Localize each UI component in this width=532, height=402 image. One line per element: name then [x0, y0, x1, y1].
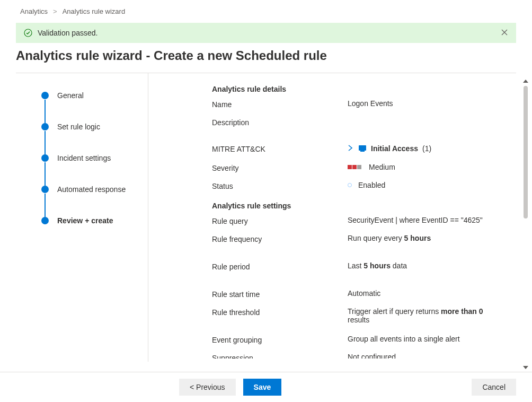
field-rule-period: Rule period Last 5 hours data: [212, 261, 500, 289]
field-label: Rule frequency: [212, 234, 348, 243]
step-review-create[interactable]: Review + create: [41, 216, 143, 225]
field-value: Last 5 hours data: [348, 261, 500, 270]
scroll-up-icon[interactable]: [523, 80, 528, 83]
close-icon[interactable]: [501, 29, 508, 38]
field-event-grouping: Event grouping Group all events into a s…: [212, 334, 500, 352]
step-automated-response[interactable]: Automated response: [41, 185, 143, 194]
section-heading-settings: Analytics rule settings: [212, 202, 500, 210]
field-rule-query: Rule query SecurityEvent | where EventID…: [212, 215, 500, 233]
step-label: Automated response: [57, 185, 126, 194]
breadcrumb-item-analytics[interactable]: Analytics: [20, 7, 48, 15]
field-label: Status: [212, 181, 348, 190]
field-label: Rule threshold: [212, 307, 348, 317]
field-rule-frequency: Rule frequency Run query every 5 hours: [212, 233, 500, 261]
field-suppression: Suppression Not configured: [212, 352, 500, 359]
field-severity: Severity Medium: [212, 162, 500, 180]
step-dot-icon: [41, 92, 49, 99]
field-label: Rule period: [212, 261, 348, 271]
severity-indicator-icon: [348, 165, 361, 169]
scroll-down-icon[interactable]: [523, 366, 528, 369]
field-label: Severity: [212, 163, 348, 172]
step-dot-icon: [41, 123, 49, 130]
field-value: Medium: [348, 163, 500, 171]
section-heading-details: Analytics rule details: [212, 85, 500, 93]
field-label: Suppression: [212, 353, 348, 359]
details-pane: Analytics rule details Name Logon Events…: [148, 73, 516, 359]
field-value: Logon Events: [348, 99, 500, 108]
validation-banner: Validation passed.: [16, 23, 516, 43]
step-label: Review + create: [57, 216, 113, 225]
status-text: Enabled: [358, 181, 385, 189]
step-incident-settings[interactable]: Incident settings: [41, 154, 143, 162]
field-value: Group all events into a single alert: [348, 335, 500, 343]
field-value: Not configured: [348, 353, 500, 359]
check-circle-icon: [24, 29, 32, 37]
scrollbar[interactable]: [520, 80, 531, 369]
severity-text: Medium: [369, 163, 395, 171]
field-name: Name Logon Events: [212, 99, 500, 117]
field-value: Trigger alert if query returns more than…: [348, 307, 500, 324]
chevron-right-icon: >: [53, 7, 57, 15]
save-button[interactable]: Save: [243, 379, 282, 396]
field-label: Name: [212, 99, 348, 109]
tactic-name: Initial Access: [371, 144, 418, 153]
stepper-pane: General Set rule logic Incident settings…: [16, 73, 148, 362]
step-label: Incident settings: [57, 154, 111, 162]
field-label: Event grouping: [212, 335, 348, 344]
footer-bar: < Previous Save Cancel: [0, 372, 532, 402]
main-content: General Set rule logic Incident settings…: [16, 73, 516, 362]
field-description: Description: [212, 117, 500, 135]
page-title: Analytics rule wizard - Create a new Sch…: [0, 48, 532, 73]
field-value: SecurityEvent | where EventID == "4625": [348, 216, 500, 224]
step-connector: [45, 194, 46, 217]
field-status: Status Enabled: [212, 180, 500, 198]
field-label: Rule start time: [212, 289, 348, 299]
field-value: Initial Access (1): [348, 144, 500, 153]
field-value: Run query every 5 hours: [348, 234, 500, 242]
stepper: General Set rule logic Incident settings…: [41, 91, 143, 225]
step-dot-icon: [41, 186, 49, 193]
step-connector: [45, 162, 46, 186]
previous-button[interactable]: < Previous: [179, 379, 236, 396]
step-label: Set rule logic: [57, 123, 100, 131]
tactic-icon: [358, 145, 367, 152]
field-label: Rule query: [212, 216, 348, 225]
chevron-right-icon[interactable]: [348, 144, 353, 153]
step-connector: [45, 131, 46, 155]
tactic-count: (1): [422, 144, 431, 153]
breadcrumb: Analytics > Analytics rule wizard: [0, 0, 532, 20]
field-mitre: MITRE ATT&CK Initial Access (1): [212, 135, 500, 162]
svg-rect-1: [359, 145, 366, 151]
step-label: General: [57, 91, 84, 100]
step-general[interactable]: General: [41, 91, 143, 100]
step-set-rule-logic[interactable]: Set rule logic: [41, 123, 143, 131]
validation-message: Validation passed.: [38, 29, 97, 37]
field-label: MITRE ATT&CK: [212, 144, 348, 153]
scroll-thumb[interactable]: [524, 86, 528, 219]
step-dot-icon: [41, 217, 49, 224]
breadcrumb-item-wizard[interactable]: Analytics rule wizard: [63, 7, 126, 15]
cancel-button[interactable]: Cancel: [472, 379, 516, 396]
step-connector: [45, 100, 46, 124]
field-value: Enabled: [348, 181, 500, 189]
svg-rect-2: [360, 151, 365, 152]
step-dot-icon: [41, 154, 49, 162]
field-rule-start-time: Rule start time Automatic: [212, 289, 500, 307]
field-value: Automatic: [348, 289, 500, 298]
field-label: Description: [212, 117, 348, 127]
status-enabled-icon: [348, 183, 352, 187]
field-rule-threshold: Rule threshold Trigger alert if query re…: [212, 307, 500, 334]
